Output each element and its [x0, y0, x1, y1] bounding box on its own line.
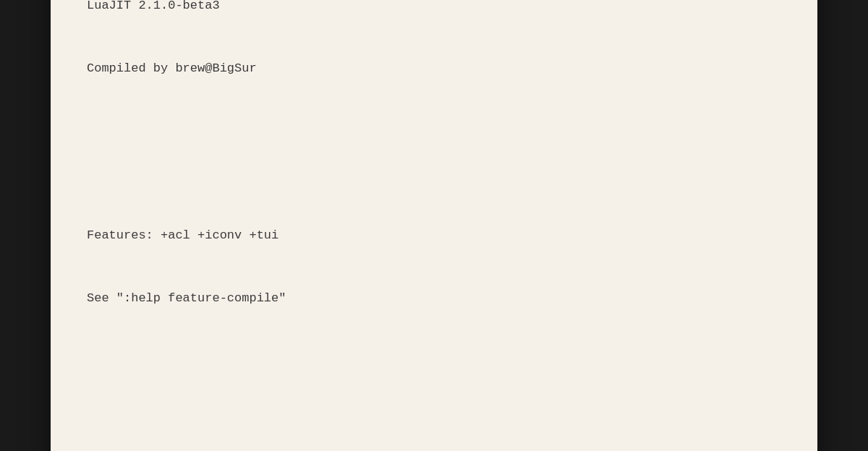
blank-2 — [87, 371, 781, 392]
output-lua: LuaJIT 2.1.0-beta3 — [87, 0, 781, 17]
output-help: See ":help feature-compile" — [87, 288, 781, 309]
terminal-window: ➜ iTerm2Everforest git:(main) ✗ top ➜ iT… — [51, 0, 817, 451]
output-features: Features: +acl +iconv +tui — [87, 226, 781, 246]
terminal-content: ➜ iTerm2Everforest git:(main) ✗ top ➜ iT… — [87, 0, 781, 451]
output-compiled: Compiled by brew@BigSur — [87, 59, 781, 80]
blank-1 — [87, 142, 781, 163]
